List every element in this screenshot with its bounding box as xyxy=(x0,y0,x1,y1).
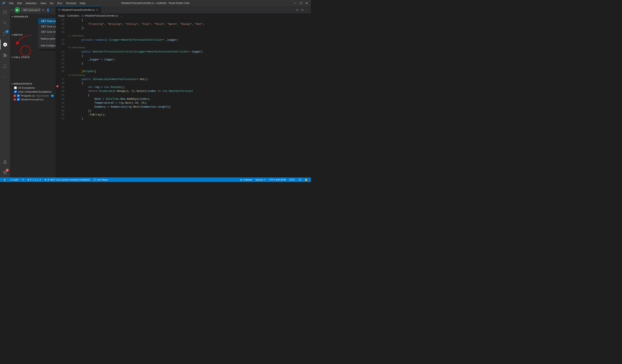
line-content-32: Date = DateTime.Now.AddDays(index), xyxy=(69,97,311,101)
status-run-config[interactable]: ⚙ ⚙ .NET Core Launch (console) (multiweb… xyxy=(43,177,92,182)
breadcrumb-controllers[interactable]: Controllers xyxy=(67,14,79,17)
menu-file[interactable]: File xyxy=(7,1,15,5)
program-cs-checkbox[interactable] xyxy=(17,94,20,97)
code-line-35: 35 }) xyxy=(56,109,311,113)
breakpoint-program-cs: Program.cs myconsole 9 xyxy=(10,94,56,98)
chevron-variables-icon: ▾ xyxy=(12,16,13,18)
line-number-22: 22 xyxy=(59,54,69,58)
menu-terminal[interactable]: Terminal xyxy=(64,1,78,5)
ref-hint-19: 1 reference xyxy=(69,34,311,38)
status-live-share[interactable]: 🔗 Live Share xyxy=(92,177,110,182)
line-content-28: { xyxy=(69,81,311,85)
menu-bar: File Edit Selection View Go Run Terminal… xyxy=(7,1,87,5)
breadcrumb-filename[interactable]: WeatherForecastController.cs xyxy=(85,14,118,17)
status-sync[interactable]: ↻ xyxy=(20,177,26,182)
user-unhandled-label: User-Unhandled Exceptions xyxy=(18,90,52,93)
menu-run[interactable]: Run xyxy=(56,1,64,5)
menu-help[interactable]: Help xyxy=(78,1,87,5)
line-number-32: 32 xyxy=(59,97,69,101)
editor-tab-weatherforecast[interactable]: C# WeatherForecastController.cs ✕ xyxy=(56,6,101,13)
code-line-27: 27 public IEnumerable<WeatherForecast> G… xyxy=(56,77,311,81)
code-ref-27: 0 references xyxy=(56,73,311,77)
variables-header[interactable]: ▾ VARIABLES xyxy=(10,15,56,19)
code-line-30: 30 return Enumerable.Range(1, 5).Select(… xyxy=(56,89,311,93)
settings-gear-icon[interactable]: ⚙ xyxy=(41,8,45,12)
code-line-31: 31 { xyxy=(56,93,311,97)
more-options-icon[interactable]: ··· xyxy=(51,8,54,12)
status-language[interactable]: C# xyxy=(297,177,303,182)
sync-icon: ↻ xyxy=(22,178,24,181)
weatherforecast-checkbox[interactable] xyxy=(17,98,20,101)
code-ref-19: 1 reference xyxy=(56,34,311,38)
activity-run-debug[interactable] xyxy=(0,39,10,50)
code-editor[interactable]: 15 { 16 "Freezing", "Bracing", "Chilly",… xyxy=(56,18,311,177)
status-spaces[interactable]: Spaces: 4 xyxy=(254,177,267,182)
line-number-15: 15 xyxy=(59,18,69,22)
config-option-add[interactable]: Add Configuration... xyxy=(38,43,56,48)
line-number-18: 18 xyxy=(59,30,69,34)
status-notifications[interactable]: 🔔 xyxy=(303,177,309,182)
status-git-branch[interactable]: ⎇ main* xyxy=(8,177,20,182)
line-number-20: 20 xyxy=(59,42,69,46)
config-option-console[interactable]: .NET Core Launch (console) xyxy=(38,19,56,24)
config-option-attach[interactable]: .NET Core Attach xyxy=(38,29,56,35)
split-editor-icon[interactable]: ⇆ xyxy=(295,7,299,12)
add-config-icon[interactable]: 👤 xyxy=(46,8,50,12)
minimize-button[interactable]: ─ xyxy=(293,1,297,5)
settings-badge: 1 xyxy=(6,169,9,172)
line-ending-label: CRLF xyxy=(289,178,295,181)
line-content-33: TemperatureC = rng.Next(-20, 55), xyxy=(69,101,311,105)
line-number-29: 29 xyxy=(59,85,69,89)
warning-count: 0 xyxy=(35,178,36,181)
config-option-nodejs[interactable]: Node.js (preview)... xyxy=(38,36,56,41)
breadcrumb-ellipsis[interactable]: ... xyxy=(120,14,122,17)
activity-extensions[interactable] xyxy=(0,50,10,60)
line-content-26: [HttpGet] xyxy=(69,69,311,73)
start-debug-button[interactable]: ▶ xyxy=(15,7,20,13)
close-button[interactable]: ✕ xyxy=(305,1,309,5)
editor-area: C# WeatherForecastController.cs ✕ ⇆ ⊟ ··… xyxy=(56,6,311,177)
activity-search[interactable] xyxy=(0,18,10,28)
code-line-32: 32 Date = DateTime.Now.AddDays(index), xyxy=(56,97,311,101)
breadcrumb: myapi › Controllers › C# WeatherForecast… xyxy=(56,14,311,18)
menu-selection[interactable]: Selection xyxy=(24,1,38,5)
menu-view[interactable]: View xyxy=(39,1,48,5)
menu-edit[interactable]: Edit xyxy=(16,1,23,5)
debug-config-dropdown[interactable]: .NET Core Lau ▾ xyxy=(21,8,41,12)
settings-icon[interactable]: 1 xyxy=(0,168,10,177)
all-exceptions-checkbox[interactable] xyxy=(14,86,17,89)
activity-remote[interactable] xyxy=(0,61,10,71)
toggle-layout-icon[interactable]: ⊟ xyxy=(300,7,304,12)
breakpoints-header[interactable]: ▾ BREAKPOINTS xyxy=(10,82,56,86)
breakpoint-user-unhandled: User-Unhandled Exceptions xyxy=(10,90,56,94)
callstack-header[interactable]: ▾ CALL STACK xyxy=(10,55,56,59)
variables-label: VARIABLES xyxy=(14,15,28,18)
activity-explorer[interactable] xyxy=(0,7,10,17)
status-encoding[interactable]: UTF-8 with BOM xyxy=(267,177,288,182)
tab-bar: C# WeatherForecastController.cs ✕ ⇆ ⊟ ··… xyxy=(56,6,311,14)
config-option-web[interactable]: .NET Core Launch (web) xyxy=(38,24,56,29)
status-errors[interactable]: ⊗ 0 ⚠ 0 △ 0 xyxy=(26,177,42,182)
breadcrumb-myapi[interactable]: myapi xyxy=(58,14,65,17)
more-editor-actions-icon[interactable]: ··· xyxy=(305,7,309,12)
activity-bar: 17 ··· 1 xyxy=(0,6,10,177)
activity-source-control[interactable]: 17 xyxy=(0,29,10,39)
source-control-badge: 17 xyxy=(5,30,9,33)
config-name: .NET Core Lau xyxy=(23,9,38,11)
status-line-ending[interactable]: CRLF xyxy=(288,177,297,182)
run-config-label: ⚙ .NET Core Launch (console) (multiweb) xyxy=(47,178,90,181)
line-content-17: }; xyxy=(69,26,311,30)
tab-close-button[interactable]: ✕ xyxy=(96,8,98,12)
line-number-23: 23 xyxy=(59,58,69,61)
line-content-27: public IEnumerable<WeatherForecast> Get(… xyxy=(69,77,311,81)
titlebar-left: File Edit Selection View Go Run Terminal… xyxy=(2,1,87,5)
status-remote-icon[interactable]: ⚡ xyxy=(2,177,8,182)
chevron-down-icon: ▾ xyxy=(39,8,40,11)
user-unhandled-checkbox[interactable] xyxy=(14,90,17,93)
status-remote-name[interactable]: 🗁 multiweb xyxy=(238,177,254,182)
menu-go[interactable]: Go xyxy=(48,1,55,5)
maximize-button[interactable]: ☐ xyxy=(299,1,303,5)
line-content-22: { xyxy=(69,54,311,58)
activity-more[interactable]: ··· xyxy=(0,72,10,82)
account-icon[interactable] xyxy=(0,157,10,167)
